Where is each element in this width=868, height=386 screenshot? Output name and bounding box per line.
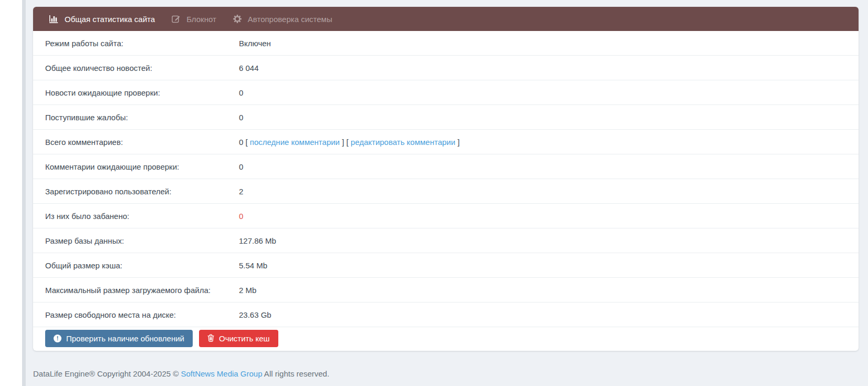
stat-row: Размер свободного места на диске:23.63 G… (33, 302, 859, 327)
stat-value: 127.86 Mb (239, 236, 276, 245)
stat-label: Зарегистрировано пользователей: (45, 187, 239, 196)
edit-icon (172, 15, 180, 23)
stat-value: 5.54 Mb (239, 261, 267, 270)
tab-general-stats[interactable]: Общая статистика сайта (41, 7, 163, 31)
stat-value: 2 (239, 187, 243, 196)
stat-value: Включен (239, 39, 271, 48)
softnews-link[interactable]: SoftNews Media Group (181, 369, 262, 378)
stat-label: Режим работы сайта: (45, 39, 239, 48)
stat-label: Размер свободного места на диске: (45, 310, 239, 319)
stat-value: 0 [ последние комментарии ] [ редактиров… (239, 138, 459, 147)
stat-value: 0 (239, 113, 243, 122)
stat-row: Общий размер кэша:5.54 Mb (33, 253, 859, 278)
clear-cache-label: Очистить кеш (219, 334, 270, 343)
actions-bar: ! Проверить наличие обновлений Очистить … (33, 327, 859, 347)
trash-icon (207, 334, 214, 343)
stat-value: 0 (239, 162, 243, 171)
panel-tabs-header: Общая статистика сайта Блокнот (33, 7, 859, 31)
tab-system-check[interactable]: Автопроверка системы (225, 7, 341, 31)
check-updates-button[interactable]: ! Проверить наличие обновлений (45, 330, 193, 347)
stat-label: Поступившие жалобы: (45, 113, 239, 122)
stat-row: Зарегистрировано пользователей:2 (33, 179, 859, 204)
stat-value: 2 Mb (239, 286, 256, 295)
copyright-footer: DataLife Engine® Copyright 2004-2025 © S… (33, 369, 329, 378)
gear-icon (233, 15, 242, 23)
exclamation-circle-icon: ! (54, 335, 61, 342)
check-updates-label: Проверить наличие обновлений (66, 334, 184, 343)
stat-row: Поступившие жалобы:0 (33, 105, 859, 130)
stat-label: Общий размер кэша: (45, 261, 239, 270)
stat-label: Размер базы данных: (45, 236, 239, 245)
bar-chart-icon (49, 15, 58, 23)
stat-label: Из них было забанено: (45, 212, 239, 221)
stats-table: Режим работы сайта:ВключенОбщее количест… (33, 31, 859, 327)
stat-row: Максимальный размер загружаемого файла:2… (33, 278, 859, 302)
comments-link[interactable]: редактировать комментарии (351, 138, 455, 147)
stat-label: Новости ожидающие проверки: (45, 88, 239, 97)
statistics-panel: Общая статистика сайта Блокнот (33, 7, 859, 351)
stat-value: 23.63 Gb (239, 310, 271, 319)
sidebar-edge (0, 0, 22, 386)
footer-text-after: All rights reserved. (263, 369, 330, 378)
stat-value: 0 (239, 88, 243, 97)
tab-notepad[interactable]: Блокнот (163, 7, 225, 31)
stat-value: 6 044 (239, 64, 259, 72)
stat-row: Всего комментариев:0 [ последние коммент… (33, 130, 859, 154)
stat-row: Из них было забанено:0 (33, 204, 859, 228)
stat-label: Максимальный размер загружаемого файла: (45, 286, 239, 295)
tab-label: Блокнот (186, 15, 216, 24)
stat-row: Размер базы данных:127.86 Mb (33, 228, 859, 253)
footer-text-before: DataLife Engine® Copyright 2004-2025 © (33, 369, 181, 378)
stat-row: Общее количество новостей:6 044 (33, 56, 859, 80)
tab-label: Общая статистика сайта (65, 15, 155, 24)
stat-row: Режим работы сайта:Включен (33, 31, 859, 56)
stat-label: Комментарии ожидающие проверки: (45, 162, 239, 171)
clear-cache-button[interactable]: Очистить кеш (199, 330, 278, 347)
comments-link[interactable]: последние комментарии (250, 138, 340, 147)
sidebar-scrollbar[interactable] (22, 0, 26, 386)
stat-row: Новости ожидающие проверки:0 (33, 80, 859, 105)
stat-label: Всего комментариев: (45, 138, 239, 147)
tab-label: Автопроверка системы (248, 15, 332, 24)
stat-value: 0 (239, 212, 243, 221)
stat-row: Комментарии ожидающие проверки:0 (33, 154, 859, 179)
stat-label: Общее количество новостей: (45, 64, 239, 72)
